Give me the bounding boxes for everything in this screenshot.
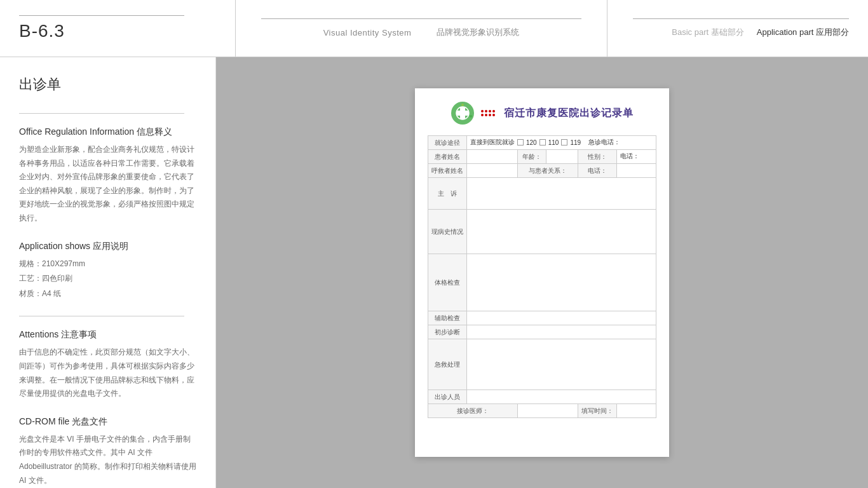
vi-system-title-cn: 品牌视觉形象识别系统 [437, 27, 519, 38]
cdrom-title: CD-ROM file 光盘文件 [19, 416, 196, 428]
table-row-discharge-staff: 出诊人员 [428, 390, 656, 404]
direct-visit-text: 直接到医院就诊 [470, 138, 515, 147]
form-header: 宿迁市康复医院出诊记录单 [428, 101, 656, 125]
initial-diagnosis-label: 初步诊断 [428, 325, 467, 339]
vi-system-title-en: Visual Identity System [323, 28, 412, 37]
history-value [467, 210, 656, 254]
office-regulation-title: Office Regulation Information 信息释义 [19, 126, 196, 138]
header-center: Visual Identity System 品牌视觉形象识别系统 [235, 0, 607, 57]
history-label: 现病史情况 [428, 210, 467, 254]
svg-point-5 [468, 107, 471, 110]
emergency-treatment-value [467, 339, 656, 390]
form-title: 宿迁市康复医院出诊记录单 [504, 107, 634, 120]
gender-value: 电话： [617, 150, 656, 164]
medical-form: 宿迁市康复医院出诊记录单 就诊途径 直接到医院就诊 120 110 119 [415, 88, 669, 457]
svg-point-6 [470, 115, 472, 118]
table-row-history: 现病史情况 [428, 210, 656, 254]
application-shows-title: Application shows 应用说明 [19, 241, 196, 252]
emergency-treatment-label: 急救处理 [428, 339, 467, 390]
page-header: B-6.3 Visual Identity System 品牌视觉形象识别系统 … [0, 0, 868, 57]
sidebar: 出诊单 Office Regulation Information 信息释义 为… [0, 57, 216, 488]
svg-point-4 [461, 104, 464, 106]
initial-diagnosis-value [467, 325, 656, 339]
table-row-physical-exam: 体格检查 [428, 254, 656, 311]
chief-complaint-value [467, 178, 656, 210]
escort-phone-value [617, 164, 656, 178]
material-text: 材质：A4 纸 [19, 287, 196, 301]
hospital-name-dots [481, 110, 495, 116]
attentions-body: 由于信息的不确定性，此页部分规范（如文字大小、间距等）可作为参考使用，具体可根据… [19, 346, 196, 400]
attentions-title: Attentions 注意事项 [19, 329, 196, 341]
physical-exam-label: 体格检查 [428, 254, 467, 311]
cb-120[interactable] [517, 139, 524, 146]
cb-110[interactable] [539, 139, 546, 146]
escort-name-label: 呼救者姓名 [428, 164, 467, 178]
table-row-patient: 患者姓名 年龄： 性别： 电话： [428, 150, 656, 164]
hospital-logo [451, 101, 475, 125]
info-divider-1 [19, 316, 184, 316]
auxiliary-exam-value [467, 311, 656, 325]
header-nav: Basic part 基础部分 Application part 应用部分 [672, 27, 849, 38]
chief-complaint-label: 主 诉 [428, 178, 467, 210]
discharge-staff-label: 出诊人员 [428, 390, 467, 404]
cdrom-block: CD-ROM file 光盘文件 光盘文件是本 VI 手册电子文件的集合，内含手… [19, 416, 196, 487]
attentions-block: Attentions 注意事项 由于信息的不确定性，此页部分规范（如文字大小、间… [19, 329, 196, 400]
application-shows-body: 规格：210X297mm 工艺：四色印刷 材质：A4 纸 [19, 257, 196, 301]
sidebar-top-divider [19, 113, 184, 114]
consulting-doctor-label: 接诊医师： [428, 404, 518, 418]
table-row-escort: 呼救者姓名 与患者关系： 电话： [428, 164, 656, 178]
gender-label: 性别： [578, 150, 617, 164]
visit-path-label: 就诊途径 [428, 136, 467, 150]
content-area: 宿迁市康复医院出诊记录单 就诊途径 直接到医院就诊 120 110 119 [216, 57, 868, 488]
table-row-initial-diagnosis: 初步诊断 [428, 325, 656, 339]
craft-text: 工艺：四色印刷 [19, 272, 196, 286]
office-regulation-body: 为塑造企业新形象，配合企业商务礼仪规范，特设计各种事务用品，以适应各种日常工作需… [19, 143, 196, 226]
svg-rect-2 [456, 111, 469, 116]
header-right: Basic part 基础部分 Application part 应用部分 [607, 0, 849, 57]
table-row-visit-path: 就诊途径 直接到医院就诊 120 110 119 急诊电话： [428, 136, 656, 150]
nav-basic[interactable]: Basic part 基础部分 [672, 27, 743, 38]
table-row-chief-complaint: 主 诉 [428, 178, 656, 210]
office-regulation-block: Office Regulation Information 信息释义 为塑造企业… [19, 126, 196, 226]
header-right-line [633, 18, 849, 19]
physical-exam-value [467, 254, 656, 311]
header-center-titles: Visual Identity System 品牌视觉形象识别系统 [323, 27, 520, 38]
form-table: 就诊途径 直接到医院就诊 120 110 119 急诊电话： [428, 135, 656, 418]
visit-path-options: 直接到医院就诊 120 110 119 急诊电话： [470, 138, 653, 147]
consulting-doctor-value [518, 404, 578, 418]
fill-time-value [617, 404, 656, 418]
section-title: 出诊单 [19, 75, 196, 94]
discharge-staff-value [467, 390, 656, 404]
escort-phone-label: 电话： [578, 164, 617, 178]
emergency-phone-label: 急诊电话： [588, 138, 620, 147]
main-content: 出诊单 Office Regulation Information 信息释义 为… [0, 57, 868, 488]
age-label: 年龄： [518, 150, 546, 164]
cdrom-body: 光盘文件是本 VI 手册电子文件的集合，内含手册制作时的专用软件格式文件。其中 … [19, 433, 196, 487]
page-code: B-6.3 [19, 21, 65, 41]
spec-text: 规格：210X297mm [19, 257, 196, 271]
patient-name-value [467, 150, 518, 164]
age-value [546, 150, 578, 164]
visit-path-content: 直接到医院就诊 120 110 119 急诊电话： [467, 136, 656, 150]
application-shows-block: Application shows 应用说明 规格：210X297mm 工艺：四… [19, 241, 196, 301]
header-left: B-6.3 [19, 15, 235, 41]
relation-label: 与患者关系： [518, 164, 578, 178]
header-center-line [261, 18, 581, 19]
cb-119[interactable] [561, 139, 567, 146]
escort-name-value [467, 164, 518, 178]
nav-application[interactable]: Application part 应用部分 [757, 27, 849, 38]
header-top-divider [19, 15, 184, 16]
table-row-auxiliary-exam: 辅助检查 [428, 311, 656, 325]
fill-time-label: 填写时间： [578, 404, 617, 418]
patient-name-label: 患者姓名 [428, 150, 467, 164]
auxiliary-exam-label: 辅助检查 [428, 311, 467, 325]
table-row-doctor-time: 接诊医师： 填写时间： [428, 404, 656, 418]
table-row-emergency-treatment: 急救处理 [428, 339, 656, 390]
